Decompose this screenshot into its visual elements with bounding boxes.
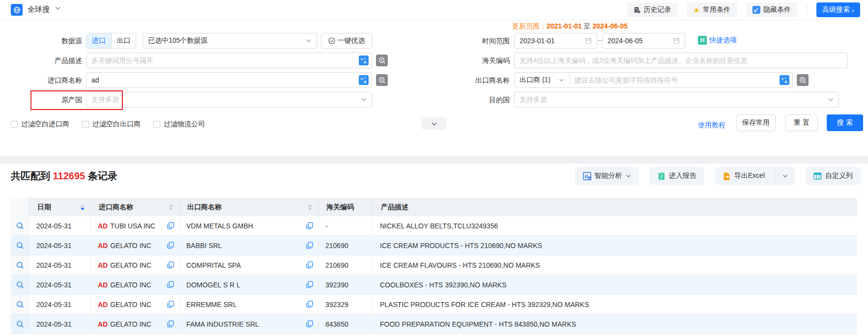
copy-icon[interactable] [306, 301, 313, 308]
search-form: 更新范围：2021-01-01 至 2024-06-05 数据源 进口 出口 已… [0, 20, 868, 156]
calendar-icon [585, 37, 592, 44]
table-body: 2024-05-31 AD TUBI USA INC VDM METALS GM… [11, 216, 857, 334]
table-row[interactable]: 2024-05-31 AD TUBI USA INC VDM METALS GM… [11, 216, 857, 236]
translate-icon[interactable]: 中A [780, 75, 789, 85]
customize-columns-button[interactable]: 自定义列 [806, 167, 861, 185]
header-exporter[interactable]: 出口商名称 [179, 198, 318, 216]
sort-icon[interactable] [308, 204, 312, 210]
one-click-optimize-button[interactable]: 一键优选 [321, 33, 372, 49]
sort-icon[interactable] [81, 204, 85, 210]
exporter-input[interactable] [570, 73, 780, 87]
enter-report-label: 进入报告 [669, 171, 696, 180]
tab-export[interactable]: 出口 [111, 33, 136, 48]
svg-text:A: A [364, 60, 367, 64]
smart-analysis-button[interactable]: BI 智能分析 [575, 167, 639, 185]
destination-placeholder: 支持多选 [515, 95, 547, 104]
row-detail-button[interactable] [11, 314, 29, 334]
reset-button[interactable]: 重 置 [785, 114, 818, 131]
row-importer-highlight: AD [98, 242, 108, 250]
row-detail-button[interactable] [11, 255, 29, 275]
time-range-label: 时间范围 [461, 33, 510, 49]
row-date: 2024-05-31 [29, 275, 91, 294]
filter-logistics-checkbox[interactable]: 过滤物流公司 [153, 120, 205, 129]
hide-conditions-button[interactable]: 隐藏条件 [746, 2, 797, 17]
table-row[interactable]: 2024-05-31 AD GELATO INC ERREMME SRL 392… [11, 295, 857, 314]
favorites-label: 常用条件 [703, 5, 730, 14]
table-row[interactable]: 2024-05-31 AD GELATO INC COMPRITAL SPA 2… [11, 255, 857, 275]
calendar-icon [673, 37, 680, 44]
copy-icon[interactable] [167, 261, 174, 269]
columns-icon [813, 172, 822, 180]
row-exporter: FAMA INDUSTRIE SRL [186, 320, 259, 328]
tab-import[interactable]: 进口 [87, 33, 111, 48]
exact-match-icon[interactable] [376, 74, 388, 86]
sort-icon[interactable] [169, 204, 173, 210]
table-row[interactable]: 2024-05-31 AD GELATO INC DOMOGEL S R L 3… [11, 275, 857, 295]
favorites-button[interactable]: ★ 常用条件 [687, 2, 737, 17]
copy-icon[interactable] [306, 242, 313, 249]
copy-icon[interactable] [167, 301, 174, 308]
row-importer-highlight: AD [98, 222, 108, 230]
copy-icon[interactable] [306, 261, 313, 269]
exporter-type-select[interactable]: 出口商 (1) [515, 73, 570, 87]
check-circle-icon [328, 37, 335, 44]
destination-label: 目的国 [461, 92, 510, 108]
history-button[interactable]: 历史记录 [627, 2, 678, 17]
row-hs-code: 843850 [318, 314, 373, 334]
copy-icon[interactable] [306, 320, 313, 328]
filter-blank-importer-checkbox[interactable]: 过滤空白进口商 [11, 120, 69, 129]
copy-icon[interactable] [306, 222, 313, 229]
export-excel-main[interactable]: 导出Excel [715, 167, 772, 185]
exact-match-icon[interactable] [376, 55, 388, 66]
header-date[interactable]: 日期 [29, 198, 91, 216]
save-common-button[interactable]: 保存常用 [736, 114, 776, 131]
quick-options-label: 快捷选项 [709, 36, 737, 45]
importer-input[interactable] [87, 73, 359, 87]
date-end-picker[interactable]: 2024-06-05 [602, 33, 685, 49]
export-dropdown-arrow[interactable] [775, 167, 795, 185]
exporter-field: 出口商 (1) 中A [514, 72, 793, 88]
divider [807, 4, 807, 15]
origin-select[interactable]: 支持多选 [86, 92, 372, 108]
enter-report-button[interactable]: 进入报告 [650, 167, 704, 185]
origin-label: 原产国 [11, 92, 82, 108]
copy-icon[interactable] [167, 320, 174, 328]
filter-blank-exporter-checkbox[interactable]: 过滤空白出口商 [82, 120, 141, 129]
table-row[interactable]: 2024-05-31 AD GELATO INC BABBI SRL 21069… [11, 236, 857, 255]
collapse-form-button[interactable] [422, 117, 446, 130]
row-detail-button[interactable] [11, 236, 29, 255]
chevron-down-icon [361, 98, 367, 102]
table-row[interactable]: 2024-05-31 AD GELATO INC FAMA INDUSTRIE … [11, 314, 857, 334]
row-detail-button[interactable] [11, 216, 29, 235]
search-button[interactable]: 搜 索 [827, 114, 863, 131]
svg-text:A: A [364, 80, 367, 84]
copy-icon[interactable] [306, 281, 313, 288]
copy-icon[interactable] [167, 242, 174, 249]
translate-icon[interactable]: 中A [359, 75, 369, 85]
chevron-down-icon [306, 39, 312, 43]
row-product-desc: COOLBOXES - HTS 392390,NO MARKS [373, 275, 857, 294]
chevron-down-icon[interactable] [55, 6, 61, 10]
checkbox-icon [82, 121, 89, 128]
hs-code-input[interactable] [515, 53, 847, 68]
tutorial-link[interactable]: 使用教程 [698, 116, 725, 133]
advanced-search-button[interactable]: 高级搜索 › [816, 2, 860, 17]
date-start-picker[interactable]: 2023-01-01 [514, 33, 597, 49]
collapse-icon [752, 6, 760, 14]
header-importer[interactable]: 进口商名称 [91, 198, 179, 216]
history-label: 历史记录 [644, 5, 671, 14]
row-detail-button[interactable] [11, 275, 29, 294]
data-source-selected: 已选中105个数据源 [143, 36, 207, 45]
translate-icon[interactable]: 中A [359, 56, 369, 65]
row-detail-button[interactable] [11, 295, 29, 314]
globe-logo-icon [11, 4, 23, 16]
product-desc-input[interactable] [87, 53, 359, 68]
destination-select[interactable]: 支持多选 [514, 92, 839, 108]
data-source-select[interactable]: 已选中105个数据源 [143, 33, 317, 49]
copy-icon[interactable] [167, 222, 174, 229]
exact-match-icon[interactable] [797, 74, 809, 86]
arrow-right-icon: › [852, 6, 854, 14]
copy-icon[interactable] [167, 281, 174, 288]
quick-options-link[interactable]: ⌘ 快捷选项 [698, 36, 737, 45]
row-hs-code: - [318, 216, 373, 235]
